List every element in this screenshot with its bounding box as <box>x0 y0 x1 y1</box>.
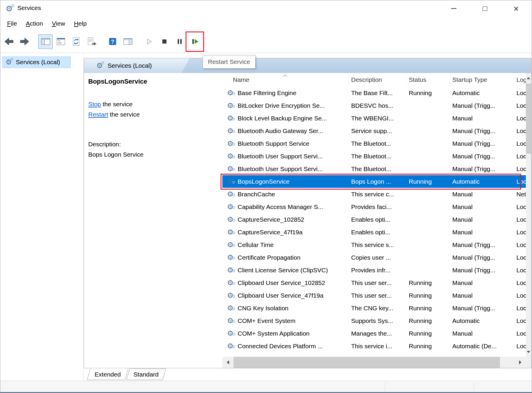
row-startup-type: Manual <box>450 200 514 213</box>
row-startup-type: Manual <box>450 327 514 340</box>
scroll-down-icon <box>527 351 530 353</box>
row-log-on-as: Loca <box>514 314 526 327</box>
row-icon-cell <box>225 302 236 314</box>
table-row[interactable]: BitLocker Drive Encryption Se...BDESVC h… <box>222 99 526 112</box>
table-row[interactable]: BranchCacheThis service c...ManualNetw <box>222 188 526 200</box>
show-action-pane-button[interactable] <box>121 35 135 49</box>
column-header-startup-type[interactable]: Startup Type <box>450 73 514 86</box>
table-row[interactable]: CNG Key IsolationThe CNG key...RunningMa… <box>222 302 526 314</box>
row-description: Manages the... <box>349 327 406 340</box>
window-title: Services <box>17 4 41 11</box>
column-header-status[interactable]: Status <box>406 73 450 86</box>
column-header-log[interactable]: Log <box>514 73 526 86</box>
table-row[interactable]: CaptureService_102852Enables opti...Manu… <box>222 213 526 226</box>
row-description: Enables opti... <box>349 213 406 226</box>
row-startup-type: Manual (Trigg... <box>450 162 514 175</box>
table-row[interactable]: CaptureService_47f19aEnables opti...Manu… <box>222 226 526 238</box>
menu-item-action[interactable]: Action <box>21 19 47 29</box>
row-description: This service i... <box>349 340 406 352</box>
row-name: COM+ Event System <box>237 314 348 327</box>
table-row[interactable]: Certificate PropagationCopies user ...Ma… <box>222 251 526 264</box>
row-name: COM+ System Application <box>237 327 348 340</box>
vertical-scrollbar[interactable] <box>526 73 531 357</box>
service-gear-icon <box>226 152 235 161</box>
help-button[interactable]: ? <box>106 35 119 49</box>
restart-service-button[interactable] <box>188 35 202 49</box>
row-startup-type: Manual (Trigg... <box>450 302 514 314</box>
tab-standard[interactable]: Standard <box>126 369 166 380</box>
row-icon-cell <box>225 162 236 175</box>
scroll-right-button[interactable] <box>515 357 526 368</box>
table-row[interactable]: Bluetooth User Support Servi...The Bluet… <box>222 150 526 162</box>
column-header-name[interactable]: Name <box>222 73 349 86</box>
column-header-description[interactable]: Description <box>349 73 406 86</box>
start-service-button[interactable] <box>142 35 156 49</box>
row-icon-cell <box>225 150 236 162</box>
row-name: Capability Access Manager S... <box>237 200 348 213</box>
close-button[interactable]: × <box>501 0 532 17</box>
table-row[interactable]: Connected Devices Platform ...This servi… <box>222 340 526 352</box>
row-log-on-as: Loca <box>514 213 526 226</box>
stop-service-line: Stop the service <box>88 99 218 109</box>
service-gear-icon <box>226 241 235 249</box>
svg-text:?: ? <box>111 39 114 45</box>
scroll-left-button[interactable] <box>222 357 234 368</box>
row-startup-type: Manual <box>450 289 514 302</box>
table-row[interactable]: BopsLogonServiceBops Logon ...RunningAut… <box>222 175 526 188</box>
menu-item-help[interactable]: Help <box>69 19 91 29</box>
table-row[interactable]: Bluetooth Audio Gateway Ser...Service su… <box>222 125 526 137</box>
row-name: Base Filtering Engine <box>237 87 348 99</box>
maximize-button[interactable] <box>469 0 501 17</box>
table-row[interactable]: Bluetooth Support ServiceThe Bluetoot...… <box>222 137 526 150</box>
table-row[interactable]: Client License Service (ClipSVC)Provides… <box>222 264 526 276</box>
table-row[interactable]: COM+ Event SystemSupports Sys...RunningA… <box>222 314 526 327</box>
service-gear-icon <box>226 253 235 262</box>
menu-item-file[interactable]: File <box>3 19 21 29</box>
show-console-tree-button[interactable] <box>39 35 52 49</box>
back-button[interactable] <box>2 35 16 49</box>
row-startup-type: Automatic <box>450 175 514 188</box>
scroll-up-button[interactable] <box>526 73 531 83</box>
pause-service-button[interactable] <box>173 35 186 49</box>
row-icon-cell <box>225 188 236 200</box>
scroll-down-button[interactable] <box>526 347 531 357</box>
tab-extended[interactable]: Extended <box>87 369 128 380</box>
row-name: BopsLogonService <box>237 175 348 188</box>
service-gear-icon <box>226 329 235 338</box>
table-row[interactable]: Bluetooth User Support Servi...The Bluet… <box>222 162 526 175</box>
service-gear-icon <box>226 114 235 123</box>
row-name: Client License Service (ClipSVC) <box>237 264 348 276</box>
table-row[interactable]: COM+ System ApplicationManages the...Run… <box>222 327 526 340</box>
forward-icon <box>19 36 30 47</box>
vertical-scroll-thumb[interactable] <box>526 84 531 154</box>
service-gear-icon <box>226 190 235 199</box>
table-row[interactable]: Clipboard User Service_102852This user s… <box>222 276 526 289</box>
row-name: Bluetooth User Support Servi... <box>237 150 348 162</box>
row-log-on-as: Loca <box>514 150 526 162</box>
table-row[interactable]: Cellular TimeThis service s...Manual (Tr… <box>222 238 526 251</box>
row-name: Bluetooth Audio Gateway Ser... <box>237 125 348 137</box>
table-row[interactable]: Base Filtering EngineThe Base Filt...Run… <box>222 87 526 99</box>
service-gear-icon <box>226 316 235 325</box>
export-list-button[interactable] <box>84 35 98 49</box>
forward-button[interactable] <box>17 35 31 49</box>
table-row[interactable]: Capability Access Manager S...Provides f… <box>222 200 526 213</box>
row-status: Running <box>406 314 450 327</box>
refresh-button[interactable] <box>69 35 83 49</box>
table-row[interactable]: Block Level Backup Engine Se...The WBENG… <box>222 112 526 125</box>
service-gear-icon <box>226 177 235 186</box>
row-description: Service supp... <box>349 125 406 137</box>
properties-button[interactable] <box>54 35 68 49</box>
stop-service-link[interactable]: Stop <box>88 101 101 107</box>
menu-item-view[interactable]: View <box>47 19 69 29</box>
back-icon <box>4 36 15 47</box>
stop-service-button[interactable] <box>157 35 171 49</box>
horizontal-scrollbar[interactable] <box>222 357 526 368</box>
minimize-button[interactable] <box>438 0 469 17</box>
row-log-on-as: Loca <box>514 87 526 99</box>
content-header-tab: Services (Local) <box>84 58 189 73</box>
restart-service-link[interactable]: Restart <box>88 111 108 118</box>
table-row[interactable]: Clipboard User Service_47f19aThis user s… <box>222 289 526 302</box>
horizontal-scroll-thumb[interactable] <box>234 357 500 368</box>
tree-item-services-local[interactable]: Services (Local) <box>2 57 71 68</box>
